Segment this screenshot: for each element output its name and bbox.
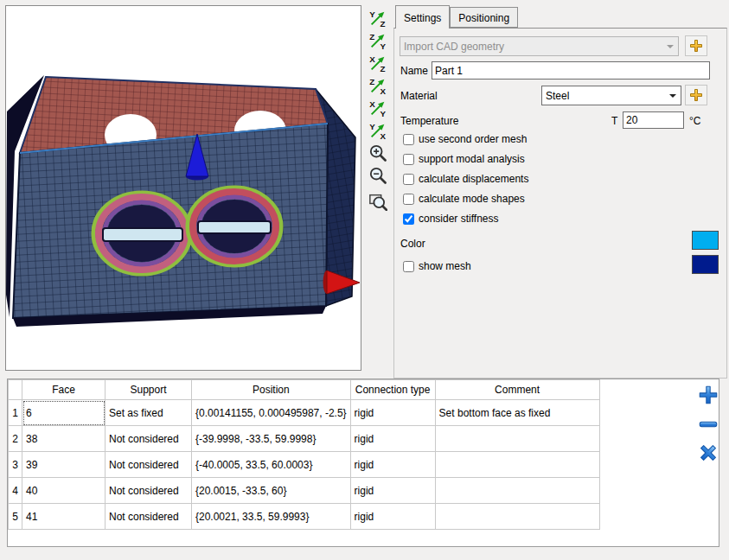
mesh-color-swatch[interactable] xyxy=(692,255,719,274)
row-number: 5 xyxy=(9,504,22,530)
checkbox-consider-stiffness[interactable]: consider stiffness xyxy=(403,213,499,225)
svg-text:Y: Y xyxy=(380,109,386,118)
material-dropdown[interactable]: Steel xyxy=(541,86,681,105)
cell-comment[interactable] xyxy=(435,452,599,478)
second-order-mesh-checkbox[interactable] xyxy=(403,134,414,145)
zoom-out-button[interactable] xyxy=(368,166,387,185)
settings-tab-content: Import CAD geometry Name Material Steel xyxy=(393,28,727,379)
cell-connection[interactable]: rigid xyxy=(350,452,435,478)
3d-viewport[interactable] xyxy=(5,5,361,371)
checkbox-modal-analysis[interactable]: support modal analysis xyxy=(403,153,525,165)
checkbox-second-order-mesh[interactable]: use second order mesh xyxy=(403,133,527,145)
calc-mode-shapes-checkbox[interactable] xyxy=(403,194,414,205)
cell-support[interactable]: Not considered xyxy=(106,452,192,478)
row-number: 4 xyxy=(9,478,22,504)
checkbox-show-mesh[interactable]: show mesh xyxy=(403,260,471,272)
view-xz-button[interactable]: X Z xyxy=(368,54,387,73)
calc-displacements-checkbox[interactable] xyxy=(403,174,414,185)
cell-face[interactable]: 40 xyxy=(22,478,106,504)
temperature-unit: °C xyxy=(689,115,700,127)
tab-settings-label: Settings xyxy=(404,12,441,24)
cell-face[interactable]: 39 xyxy=(22,452,106,478)
supports-section: Face Support Position Connection type Co… xyxy=(7,379,719,547)
cell-position[interactable]: {20.0015, -33.5, 60} xyxy=(192,478,351,504)
axis-view-icon: X Y xyxy=(368,99,387,118)
row-number: 1 xyxy=(9,400,22,426)
settings-panel: Settings Positioning Import CAD geometry… xyxy=(393,3,727,379)
view-yz-button[interactable]: Y Z xyxy=(368,9,387,28)
table-row: 2 38 Not considered {-39.9998, -33.5, 59… xyxy=(9,426,600,452)
table-row: 4 40 Not considered {20.0015, -33.5, 60}… xyxy=(9,478,600,504)
temperature-label: Temperature xyxy=(400,115,458,127)
col-header-comment[interactable]: Comment xyxy=(435,380,599,400)
cell-position[interactable]: {20.0021, 33.5, 59.9993} xyxy=(192,504,351,530)
name-input[interactable] xyxy=(432,61,710,80)
zoom-in-button[interactable] xyxy=(368,143,387,162)
checkbox-label: consider stiffness xyxy=(419,213,499,225)
cell-support[interactable]: Not considered xyxy=(106,478,192,504)
cell-face[interactable]: 41 xyxy=(22,504,106,530)
checkbox-label: show mesh xyxy=(419,260,471,272)
checkbox-calc-displacements[interactable]: calculate displacements xyxy=(403,173,528,185)
show-mesh-checkbox[interactable] xyxy=(403,261,414,272)
col-header-connection[interactable]: Connection type xyxy=(350,380,435,400)
material-label: Material xyxy=(400,90,438,102)
modal-analysis-checkbox[interactable] xyxy=(403,154,414,165)
axis-view-icon: Y X xyxy=(368,121,387,140)
cell-comment[interactable]: Set bottom face as fixed xyxy=(435,400,599,426)
axis-view-icon: Z X xyxy=(368,76,387,95)
svg-text:Z: Z xyxy=(380,64,385,73)
temperature-input[interactable] xyxy=(623,111,684,129)
col-header-support[interactable]: Support xyxy=(106,380,192,400)
cell-comment[interactable] xyxy=(435,478,599,504)
panel-tabs: Settings Positioning xyxy=(395,5,518,29)
zoom-box-icon xyxy=(368,192,387,211)
cell-face[interactable]: 6 xyxy=(22,400,106,426)
cell-face[interactable]: 38 xyxy=(22,426,106,452)
table-row: 5 41 Not considered {20.0021, 33.5, 59.9… xyxy=(9,504,600,530)
cell-position[interactable]: {-40.0005, 33.5, 60.0003} xyxy=(192,452,351,478)
view-zy-button[interactable]: Z Y xyxy=(368,31,387,50)
cell-connection[interactable]: rigid xyxy=(350,426,435,452)
view-zx-button[interactable]: Z X xyxy=(368,76,387,95)
cell-connection[interactable]: rigid xyxy=(350,478,435,504)
temperature-symbol: T xyxy=(611,115,617,127)
row-number: 2 xyxy=(9,426,22,452)
cell-comment[interactable] xyxy=(435,426,599,452)
tab-positioning[interactable]: Positioning xyxy=(450,7,518,28)
cell-connection[interactable]: rigid xyxy=(350,504,435,530)
chevron-down-icon xyxy=(667,45,674,48)
color-label: Color xyxy=(400,238,425,250)
checkbox-label: support modal analysis xyxy=(419,153,525,165)
name-label: Name xyxy=(400,65,428,77)
consider-stiffness-checkbox[interactable] xyxy=(403,213,414,225)
add-geometry-button[interactable] xyxy=(685,35,707,56)
cell-position[interactable]: {0.00141155, 0.000495987, -2.5} xyxy=(192,400,351,426)
zoom-in-icon xyxy=(368,143,387,162)
checkbox-label: use second order mesh xyxy=(419,133,527,145)
col-header-face[interactable]: Face xyxy=(22,380,106,400)
add-material-button[interactable] xyxy=(685,85,707,105)
part-color-swatch[interactable] xyxy=(692,231,719,250)
remove-icon xyxy=(697,413,719,436)
front-hole-left xyxy=(93,193,190,274)
cell-connection[interactable]: rigid xyxy=(350,400,435,426)
import-cad-dropdown[interactable]: Import CAD geometry xyxy=(400,36,679,56)
zoom-box-button[interactable] xyxy=(368,192,387,211)
remove-row-button[interactable] xyxy=(697,413,719,436)
view-yx-button[interactable]: Y X xyxy=(368,121,387,140)
cell-comment[interactable] xyxy=(435,504,599,530)
svg-text:X: X xyxy=(369,54,375,64)
cell-support[interactable]: Set as fixed xyxy=(106,400,192,426)
checkbox-calc-mode-shapes[interactable]: calculate mode shapes xyxy=(403,193,525,205)
add-row-button[interactable] xyxy=(697,384,719,406)
tab-settings[interactable]: Settings xyxy=(395,5,450,29)
view-xy-button[interactable]: X Y xyxy=(368,99,387,118)
cell-support[interactable]: Not considered xyxy=(106,504,192,530)
clear-rows-button[interactable] xyxy=(697,442,719,464)
chevron-down-icon xyxy=(669,94,676,98)
cell-position[interactable]: {-39.9998, -33.5, 59.9998} xyxy=(192,426,351,452)
import-cad-dropdown-value: Import CAD geometry xyxy=(404,41,504,53)
cell-support[interactable]: Not considered xyxy=(106,426,192,452)
col-header-position[interactable]: Position xyxy=(192,380,351,400)
